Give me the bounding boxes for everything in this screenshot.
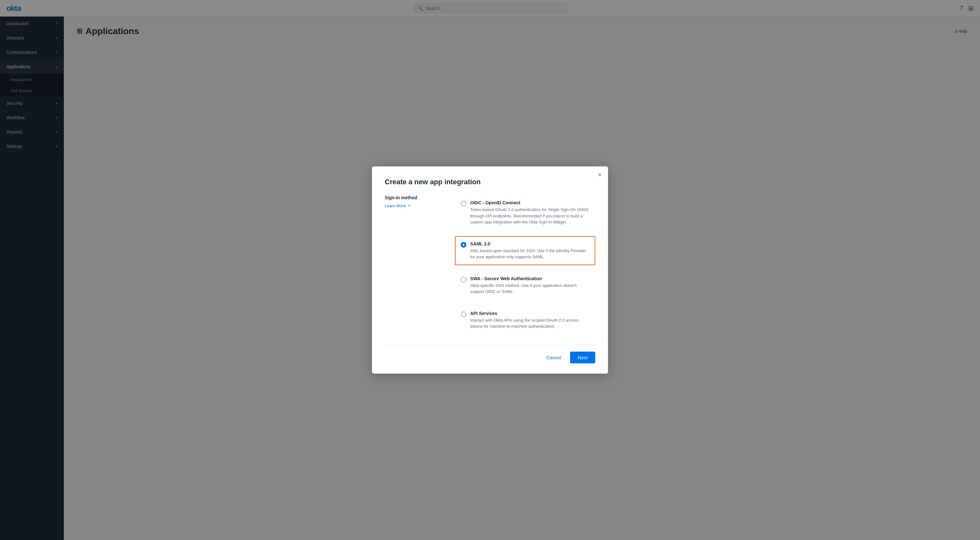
create-app-integration-modal: × Create a new app integration Sign-in m… — [372, 167, 608, 373]
modal-title: Create a new app integration — [385, 178, 595, 186]
option-saml-content: SAML 2.0 XML-based open standard for SSO… — [470, 241, 590, 260]
radio-swa[interactable] — [461, 277, 466, 283]
radio-oidc[interactable] — [461, 201, 466, 206]
modal-close-button[interactable]: × — [598, 172, 601, 178]
learn-more-text: Learn More — [385, 203, 406, 208]
option-api-content: API Services Interact with Okta APIs usi… — [470, 311, 590, 330]
option-swa[interactable]: SWA - Secure Web Authentication Okta-spe… — [455, 271, 595, 300]
radio-saml[interactable] — [461, 242, 466, 248]
option-swa-desc: Okta-specific SSO method. Use if your ap… — [470, 283, 590, 295]
option-api-desc: Interact with Okta APIs using the scoped… — [470, 317, 590, 330]
sign-in-method-label: Sign-in method — [385, 195, 442, 200]
modal-body: Sign-in method Learn More ↗ OIDC - OpenI… — [385, 195, 595, 335]
next-button[interactable]: Next — [570, 352, 595, 364]
option-oidc[interactable]: OIDC - OpenID Connect Token-based OAuth … — [455, 195, 595, 230]
cancel-button[interactable]: Cancel — [541, 352, 566, 364]
learn-more-link[interactable]: Learn More ↗ — [385, 203, 442, 208]
option-api-title: API Services — [470, 311, 590, 316]
option-swa-title: SWA - Secure Web Authentication — [470, 276, 590, 281]
modal-overlay: × Create a new app integration Sign-in m… — [0, 0, 980, 540]
option-oidc-content: OIDC - OpenID Connect Token-based OAuth … — [470, 200, 590, 226]
radio-api[interactable] — [461, 311, 466, 317]
option-swa-content: SWA - Secure Web Authentication Okta-spe… — [470, 276, 590, 295]
option-saml-desc: XML-based open standard for SSO. Use if … — [470, 248, 590, 260]
option-oidc-desc: Token-based OAuth 2.0 authentication for… — [470, 206, 590, 226]
option-oidc-title: OIDC - OpenID Connect — [470, 200, 590, 205]
option-api[interactable]: API Services Interact with Okta APIs usi… — [455, 306, 595, 335]
option-saml-title: SAML 2.0 — [470, 241, 590, 246]
option-saml[interactable]: SAML 2.0 XML-based open standard for SSO… — [455, 236, 595, 265]
modal-footer: Cancel Next — [385, 345, 595, 364]
external-link-icon: ↗ — [407, 203, 410, 208]
modal-options-panel: OIDC - OpenID Connect Token-based OAuth … — [455, 195, 595, 335]
modal-left-panel: Sign-in method Learn More ↗ — [385, 195, 442, 335]
